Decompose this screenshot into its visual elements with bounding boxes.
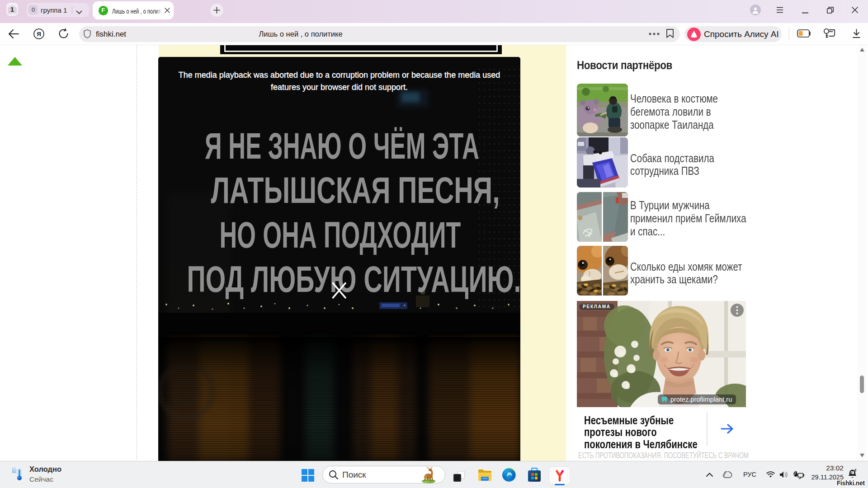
svg-text:Fishki.net: Fishki.net	[837, 479, 865, 487]
svg-text:z: z	[854, 468, 857, 472]
svg-text:z: z	[851, 471, 853, 474]
svg-text:ЕСТЬ ПРОТИВОПОКАЗАНИЯ. ПОСОВЕТ: ЕСТЬ ПРОТИВОПОКАЗАНИЯ. ПОСОВЕТУЙТЕСЬ С В…	[578, 450, 749, 460]
svg-text:Я НЕ ЗНАЮ О ЧЁМ ЭТА: Я НЕ ЗНАЮ О ЧЁМ ЭТА	[205, 125, 479, 166]
svg-text:ПОД ЛЮБУЮ СИТУАЦИЮ.: ПОД ЛЮБУЮ СИТУАЦИЮ.	[187, 258, 521, 300]
svg-text:Я: Я	[37, 31, 41, 38]
svg-text:НО ОНА ПОДХОДИТ: НО ОНА ПОДХОДИТ	[220, 214, 461, 255]
svg-text:ЛАТЫШСКАЯ ПЕСНЯ,: ЛАТЫШСКАЯ ПЕСНЯ,	[211, 169, 500, 211]
